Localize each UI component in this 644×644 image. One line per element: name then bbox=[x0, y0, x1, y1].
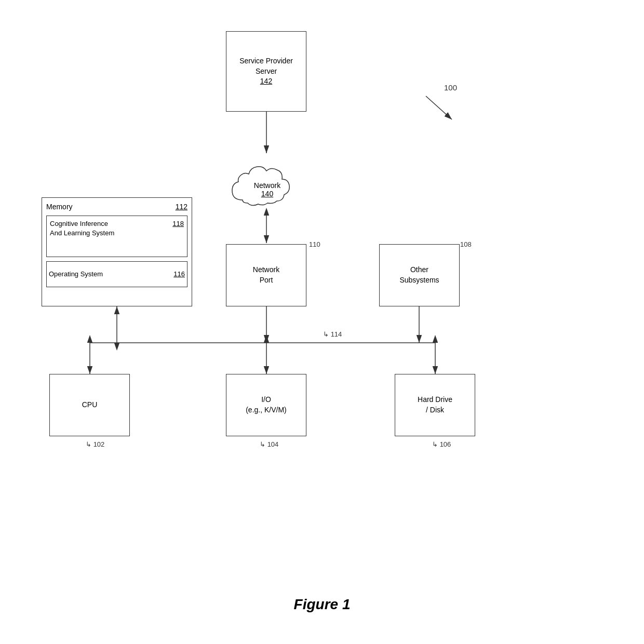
network-label: Network 140 bbox=[227, 169, 307, 210]
hard-drive-label: Hard Drive / Disk bbox=[418, 395, 452, 415]
memory-ref: 112 bbox=[176, 202, 187, 212]
operating-system-ref: 116 bbox=[173, 270, 185, 279]
service-provider-server-ref: 142 bbox=[260, 76, 272, 87]
cognitive-box: Cognitive InferenceAnd Learning System 1… bbox=[46, 216, 187, 257]
diagram-ref-label: 100 bbox=[444, 83, 457, 92]
figure-caption: Figure 1 bbox=[294, 596, 351, 613]
svg-line-15 bbox=[426, 96, 452, 119]
io-ref-label: ↳ 104 bbox=[260, 440, 278, 448]
network-port-ref-label: 110 bbox=[309, 240, 320, 248]
hard-drive-box: Hard Drive / Disk bbox=[395, 374, 475, 436]
io-box: I/O (e.g., K/V/M) bbox=[226, 374, 306, 436]
other-subsystems-label: Other Subsystems bbox=[399, 265, 439, 285]
operating-system-label: Operating System bbox=[49, 270, 103, 279]
memory-label: Memory bbox=[46, 202, 73, 212]
operating-system-box: Operating System 116 bbox=[46, 261, 187, 287]
other-subsystems-ref-label: 108 bbox=[460, 240, 472, 248]
cognitive-label: Cognitive InferenceAnd Learning System bbox=[50, 219, 114, 238]
hard-drive-ref-label: ↳ 106 bbox=[432, 440, 451, 448]
cpu-box: CPU bbox=[49, 374, 130, 436]
other-subsystems-box: Other Subsystems bbox=[379, 244, 460, 306]
cognitive-ref: 118 bbox=[172, 219, 184, 229]
cpu-ref-label: ↳ 102 bbox=[86, 440, 104, 448]
io-label: I/O (e.g., K/V/M) bbox=[246, 395, 287, 415]
memory-box: Memory 112 Cognitive InferenceAnd Learni… bbox=[42, 197, 192, 306]
network-port-box: Network Port bbox=[226, 244, 306, 306]
network-port-label: Network Port bbox=[253, 265, 279, 285]
service-provider-server-box: Service Provider Server 142 bbox=[226, 31, 306, 112]
service-provider-server-label: Service Provider Server bbox=[239, 56, 293, 76]
cpu-label: CPU bbox=[82, 400, 98, 410]
bus-ref-label: ↳ 114 bbox=[323, 330, 342, 338]
